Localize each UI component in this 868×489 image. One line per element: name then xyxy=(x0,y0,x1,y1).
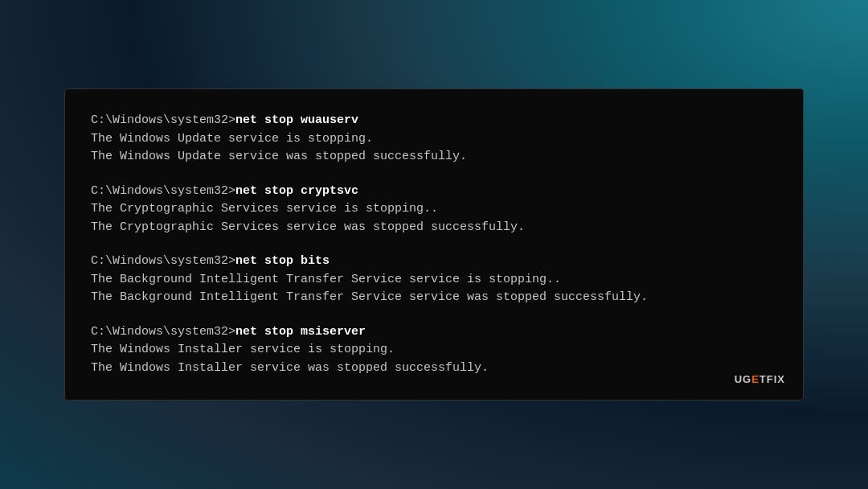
prompt-4: C:\Windows\system32> xyxy=(91,325,235,339)
command-2: net stop cryptsvc xyxy=(235,184,358,198)
output-2-1: The Cryptographic Services service is st… xyxy=(91,200,777,219)
command-4: net stop msiserver xyxy=(235,325,366,339)
watermark: UGETFIX xyxy=(735,373,785,385)
cmd-block-1: C:\Windows\system32>net stop wuauserv Th… xyxy=(91,112,777,166)
command-3: net stop bits xyxy=(235,254,330,268)
terminal-content: C:\Windows\system32>net stop wuauserv Th… xyxy=(91,112,777,377)
output-4-1: The Windows Installer service is stoppin… xyxy=(91,341,777,360)
cmd-block-3: C:\Windows\system32>net stop bits The Ba… xyxy=(91,253,777,307)
cmd-block-4: C:\Windows\system32>net stop msiserver T… xyxy=(91,323,777,378)
prompt-2: C:\Windows\system32> xyxy=(91,184,235,198)
output-1-1: The Windows Update service is stopping. xyxy=(91,130,777,149)
command-1: net stop wuauserv xyxy=(235,113,358,127)
output-2-2: The Cryptographic Services service was s… xyxy=(91,219,777,237)
cmd-line-4: C:\Windows\system32>net stop msiserver xyxy=(91,323,777,342)
terminal-window: C:\Windows\system32>net stop wuauserv Th… xyxy=(64,88,804,401)
cmd-line-2: C:\Windows\system32>net stop cryptsvc xyxy=(91,183,777,201)
output-3-2: The Background Intelligent Transfer Serv… xyxy=(91,289,777,307)
watermark-highlight: E xyxy=(751,373,760,385)
cmd-block-2: C:\Windows\system32>net stop cryptsvc Th… xyxy=(91,183,777,237)
cmd-line-1: C:\Windows\system32>net stop wuauserv xyxy=(91,112,777,130)
output-1-2: The Windows Update service was stopped s… xyxy=(91,148,777,166)
prompt-1: C:\Windows\system32> xyxy=(91,113,235,127)
cmd-line-3: C:\Windows\system32>net stop bits xyxy=(91,253,777,271)
output-4-2: The Windows Installer service was stoppe… xyxy=(91,360,777,378)
prompt-3: C:\Windows\system32> xyxy=(91,254,235,268)
output-3-1: The Background Intelligent Transfer Serv… xyxy=(91,271,777,290)
